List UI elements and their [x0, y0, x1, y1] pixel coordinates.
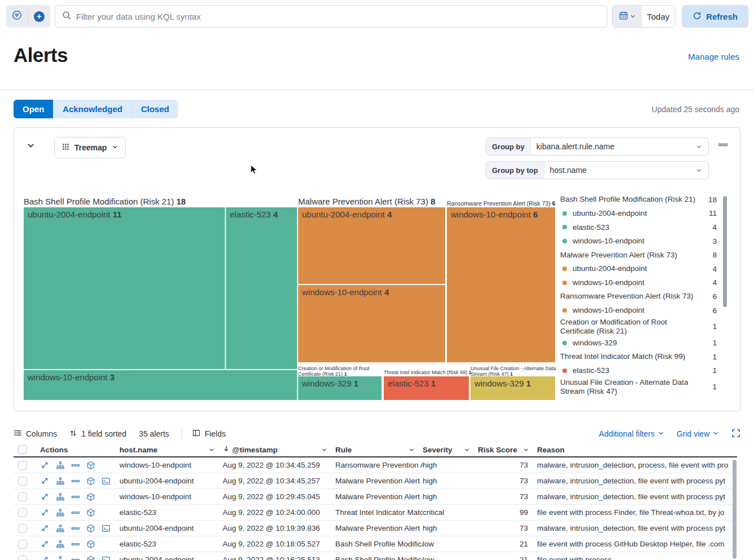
legend-item[interactable]: ubuntu-2004-endpoint11 [560, 207, 717, 221]
legend-scrollbar[interactable] [723, 196, 727, 307]
fields-button[interactable]: Fields [192, 429, 225, 439]
legend-group[interactable]: Creation or Modification of Root Certifi… [560, 317, 717, 336]
add-filter-button[interactable]: + [28, 5, 50, 28]
tab-closed[interactable]: Closed [132, 100, 178, 118]
treemap-tile[interactable]: ubuntu-2004-endpoint 4 [298, 207, 445, 284]
fullscreen-button[interactable] [731, 429, 740, 439]
cell-severity: high [423, 524, 478, 532]
legend-item[interactable]: ubuntu-2004-endpoint4 [560, 262, 717, 276]
sort-fields-button[interactable]: 1 field sorted [69, 429, 126, 439]
cell-host-name: elastic-523 [119, 508, 223, 517]
analyze-event-icon[interactable] [86, 539, 95, 549]
legend-group[interactable]: Unusual File Creation - Alternate Data S… [560, 377, 717, 396]
alerts-table: Actions host.name @timestamp Rule Severi… [14, 443, 737, 560]
treemap-tile[interactable]: elastic-523 4 [226, 207, 297, 369]
group-by-value[interactable]: kibana.alert.rule.name [531, 138, 695, 155]
chevron-down-icon[interactable] [523, 447, 529, 453]
columns-button[interactable]: Columns [14, 429, 57, 439]
row-checkbox[interactable] [18, 477, 27, 486]
manage-rules-link[interactable]: Manage rules [688, 52, 739, 61]
expand-alert-icon[interactable] [40, 555, 50, 560]
column-header-host-name[interactable]: host.name [119, 446, 223, 454]
treemap-tile[interactable]: windows-10-endpoint 6 [447, 207, 555, 362]
legend-group[interactable]: Ransomware Prevention Alert (Risk 73)6 [560, 290, 717, 304]
row-checkbox[interactable] [18, 492, 27, 501]
analyze-event-icon[interactable] [86, 460, 95, 470]
legend-item[interactable]: windows-10-endpoint4 [560, 276, 717, 290]
investigate-in-timeline-icon[interactable] [55, 539, 65, 549]
treemap-tile[interactable]: elastic-523 1 [384, 376, 469, 400]
investigate-in-timeline-icon[interactable] [55, 460, 65, 470]
legend-group[interactable]: Threat Intel Indicator Match (Risk 99)1 [560, 350, 717, 364]
additional-filters-button[interactable]: Additional filters [599, 429, 664, 438]
expand-alert-icon[interactable] [40, 539, 50, 549]
expand-alert-icon[interactable] [40, 523, 50, 533]
saved-query-menu-button[interactable] [6, 5, 28, 28]
legend-item[interactable]: elastic-5234 [560, 220, 717, 234]
legend-item[interactable]: windows-10-endpoint6 [560, 304, 717, 318]
chevron-down-icon[interactable] [409, 447, 415, 453]
more-actions-icon[interactable] [70, 508, 80, 517]
analyze-event-icon[interactable] [86, 555, 95, 560]
investigate-in-timeline-icon[interactable] [55, 555, 65, 560]
investigate-in-timeline-icon[interactable] [55, 508, 65, 517]
row-checkbox[interactable] [18, 461, 27, 470]
row-checkbox[interactable] [18, 555, 27, 560]
treemap-tile[interactable]: ubuntu-2004-endpoint 11 [24, 207, 225, 369]
chevron-down-icon[interactable] [209, 447, 215, 453]
investigate-in-timeline-icon[interactable] [55, 523, 65, 533]
panel-options-button[interactable] [718, 140, 728, 152]
kql-search-bar [55, 5, 607, 28]
analyze-event-icon[interactable] [86, 492, 95, 501]
legend-group[interactable]: Malware Prevention Alert (Risk 73)8 [560, 248, 717, 262]
more-actions-icon[interactable] [70, 523, 80, 533]
tab-acknowledged[interactable]: Acknowledged [54, 100, 132, 118]
collapse-panel-button[interactable] [26, 141, 36, 153]
chevron-down-icon[interactable] [464, 447, 470, 453]
expand-alert-icon[interactable] [40, 460, 50, 470]
refresh-button[interactable]: Refresh [682, 5, 748, 28]
more-actions-icon[interactable] [70, 460, 80, 470]
column-header-rule[interactable]: Rule [335, 446, 423, 454]
analyze-event-icon[interactable] [86, 476, 95, 486]
legend-group[interactable]: Bash Shell Profile Modification (Risk 21… [560, 193, 717, 207]
column-header-timestamp[interactable]: @timestamp [223, 445, 335, 454]
session-view-icon[interactable] [101, 523, 110, 533]
table-scrollbar[interactable] [733, 460, 737, 559]
more-actions-icon[interactable] [70, 539, 80, 549]
analyze-event-icon[interactable] [86, 508, 95, 517]
more-actions-icon[interactable] [70, 492, 80, 501]
investigate-in-timeline-icon[interactable] [55, 476, 65, 486]
analyze-event-icon[interactable] [86, 523, 95, 533]
tab-open[interactable]: Open [14, 100, 54, 118]
expand-alert-icon[interactable] [40, 476, 50, 486]
investigate-in-timeline-icon[interactable] [55, 492, 65, 501]
chevron-down-icon[interactable] [321, 447, 327, 453]
treemap-tile[interactable]: windows-10-endpoint 3 [24, 370, 297, 400]
legend-item[interactable]: windows-10-endpoint3 [560, 234, 717, 248]
session-view-icon[interactable] [101, 555, 110, 560]
expand-alert-icon[interactable] [40, 492, 50, 501]
expand-alert-icon[interactable] [40, 508, 50, 517]
grid-view-button[interactable]: Grid view [677, 429, 719, 438]
column-header-severity[interactable]: Severity [423, 446, 478, 454]
row-checkbox[interactable] [18, 508, 27, 517]
session-view-icon[interactable] [101, 476, 110, 486]
treemap-tile[interactable]: windows-329 1 [471, 376, 555, 400]
row-checkbox[interactable] [18, 540, 27, 549]
row-checkbox[interactable] [18, 524, 27, 533]
select-all-checkbox[interactable] [18, 445, 27, 454]
date-quick-select[interactable]: Today [642, 6, 675, 27]
chart-type-selector[interactable]: Treemap [54, 137, 126, 158]
legend-item[interactable]: windows-3291 [560, 336, 717, 350]
legend-item[interactable]: elastic-5231 [560, 364, 717, 378]
cell-severity: high [423, 492, 478, 501]
column-header-risk-score[interactable]: Risk Score [478, 446, 537, 454]
date-picker-button[interactable] [613, 6, 642, 27]
treemap-tile[interactable]: windows-10-endpoint 4 [298, 285, 445, 362]
group-by-top-value[interactable]: host.name [544, 162, 695, 179]
more-actions-icon[interactable] [70, 555, 80, 560]
treemap-tile[interactable]: windows-329 1 [298, 376, 382, 400]
kql-search-input[interactable] [76, 12, 600, 21]
more-actions-icon[interactable] [70, 476, 80, 486]
